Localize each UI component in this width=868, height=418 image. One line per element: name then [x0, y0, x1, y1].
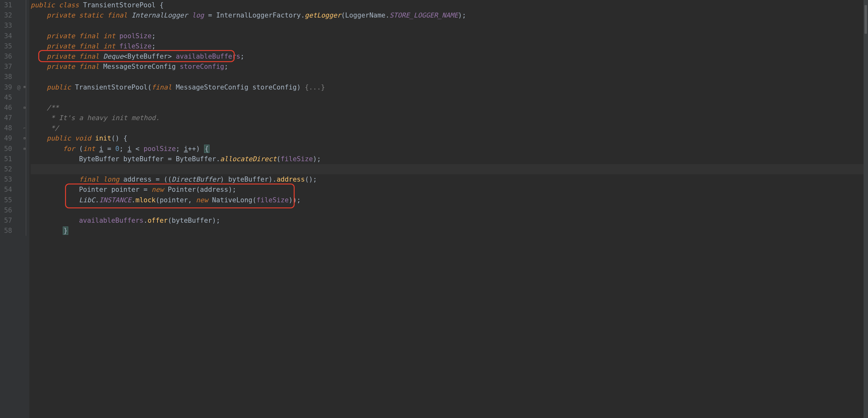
- code-line[interactable]: private final Deque<ByteBuffer> availabl…: [31, 51, 864, 62]
- code-line[interactable]: private final int poolSize;: [31, 31, 864, 41]
- scrollbar-thumb[interactable]: [865, 5, 867, 34]
- fold-end-icon[interactable]: ⌐: [23, 127, 26, 130]
- fold-collapse-icon[interactable]: ⊟: [23, 147, 26, 150]
- code-line[interactable]: availableBuffers.offer(byteBuffer);: [31, 215, 864, 225]
- code-line[interactable]: private final int fileSize;: [31, 41, 864, 51]
- code-line[interactable]: [31, 93, 864, 103]
- matched-brace: }: [63, 227, 68, 235]
- line-number: 34: [0, 31, 15, 41]
- code-line[interactable]: Pointer pointer = new Pointer(address);: [31, 184, 864, 195]
- code-line[interactable]: [31, 205, 864, 215]
- line-number: 36: [0, 51, 15, 62]
- line-number: 35: [0, 41, 15, 51]
- line-number: 39: [0, 82, 15, 93]
- code-line[interactable]: [31, 21, 864, 31]
- line-number: 49: [0, 133, 15, 143]
- code-line[interactable]: ByteBuffer byteBuffer = ByteBuffer.alloc…: [31, 154, 864, 164]
- override-marker: @: [15, 82, 22, 93]
- line-number: 50: [0, 144, 15, 154]
- code-line[interactable]: /**: [31, 103, 864, 113]
- code-line[interactable]: public TransientStorePool(final MessageS…: [31, 82, 864, 93]
- line-number: 57: [0, 215, 15, 225]
- annotation-gutter: @: [15, 0, 22, 418]
- code-line[interactable]: private final MessageStoreConfig storeCo…: [31, 62, 864, 72]
- line-number: 38: [0, 72, 15, 82]
- line-number: 45: [0, 93, 15, 103]
- line-number: 54: [0, 184, 15, 195]
- line-number: 46: [0, 103, 15, 113]
- code-line[interactable]: * It's a heavy init method.: [31, 113, 864, 123]
- fold-collapse-icon[interactable]: ⊟: [23, 137, 26, 140]
- code-line[interactable]: }: [31, 225, 864, 236]
- line-number: 47: [0, 113, 15, 123]
- matched-brace: {: [204, 145, 210, 153]
- fold-collapse-icon[interactable]: ⊟: [23, 106, 26, 109]
- line-number: 52: [0, 164, 15, 174]
- line-number: 56: [0, 205, 15, 215]
- line-number: 51: [0, 154, 15, 164]
- vertical-scrollbar[interactable]: [864, 0, 868, 418]
- code-line[interactable]: LibC.INSTANCE.mlock(pointer, new NativeL…: [31, 195, 864, 205]
- line-number: 48: [0, 123, 15, 133]
- code-line[interactable]: private static final InternalLogger log …: [31, 10, 864, 21]
- code-line[interactable]: for (int i = 0; i < poolSize; i++) {: [31, 144, 864, 154]
- line-number: 53: [0, 174, 15, 184]
- line-number: 33: [0, 21, 15, 31]
- line-number: 37: [0, 62, 15, 72]
- line-number: 55: [0, 195, 15, 205]
- fold-expand-icon[interactable]: ⊞: [23, 86, 26, 89]
- line-number: 32: [0, 10, 15, 21]
- current-line[interactable]: [31, 164, 864, 174]
- code-line[interactable]: public void init() {: [31, 133, 864, 143]
- code-line[interactable]: public class TransientStorePool {: [31, 0, 864, 10]
- fold-gutter: ⊞ ⊟ ⌐ ⊟ ⊟: [22, 0, 29, 418]
- line-number: 31: [0, 0, 15, 10]
- line-number: 58: [0, 225, 15, 236]
- code-line[interactable]: final long address = ((DirectBuffer) byt…: [31, 174, 864, 184]
- code-content[interactable]: public class TransientStorePool { privat…: [29, 0, 864, 418]
- code-line[interactable]: */: [31, 123, 864, 133]
- code-line[interactable]: [31, 72, 864, 82]
- line-number-gutter: 31 32 33 34 35 36 37 38 39 45 46 47 48 4…: [0, 0, 15, 418]
- code-editor[interactable]: 31 32 33 34 35 36 37 38 39 45 46 47 48 4…: [0, 0, 868, 418]
